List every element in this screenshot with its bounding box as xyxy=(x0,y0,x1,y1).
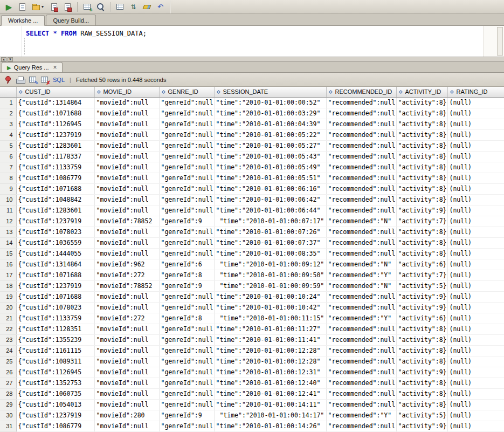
table-cell[interactable]: {"custId":1283601 xyxy=(16,140,94,151)
table-cell[interactable]: "activity":9} xyxy=(396,367,447,378)
table-cell[interactable]: {"custId":1126945 xyxy=(16,367,94,378)
table-cell[interactable]: "genreId":null xyxy=(159,421,214,431)
table-cell[interactable]: "time":"2010-01-01:00:07:26" xyxy=(214,227,326,237)
save-button[interactable] xyxy=(47,1,61,13)
table-cell[interactable]: "genreId":null xyxy=(159,119,214,129)
table-cell[interactable]: {"custId":1237919 xyxy=(16,216,94,227)
table-cell[interactable]: "recommended":null xyxy=(326,356,396,367)
tab-worksheet[interactable]: Workshe ... xyxy=(1,15,45,26)
table-cell[interactable]: "activity":8} xyxy=(396,227,447,237)
table-cell[interactable]: "recommended":null xyxy=(326,194,396,205)
row-number[interactable]: 3 xyxy=(0,119,16,129)
table-cell[interactable]: "time":"2010-01-01:00:06:16" xyxy=(214,183,326,194)
table-cell[interactable]: "movieId":null xyxy=(94,291,159,302)
print-icon[interactable] xyxy=(16,76,24,83)
table-cell[interactable]: "activity":6} xyxy=(396,259,447,270)
table-cell[interactable]: (null) xyxy=(447,291,504,302)
table-cell[interactable]: "genreId":9 xyxy=(159,280,214,291)
table-cell[interactable]: "genreId":null xyxy=(159,367,214,378)
table-cell[interactable]: "movieId":null xyxy=(94,129,159,140)
table-cell[interactable]: (null) xyxy=(447,259,504,270)
table-cell[interactable]: "genreId":null xyxy=(159,227,214,237)
table-cell[interactable]: (null) xyxy=(447,378,504,388)
table-cell[interactable]: {"custId":1060735 xyxy=(16,388,94,399)
table-cell[interactable]: "movieId":null xyxy=(94,227,159,237)
table-cell[interactable]: "movieId":null xyxy=(94,378,159,388)
table-cell[interactable]: "activity":8} xyxy=(396,97,447,108)
table-cell[interactable]: "movieId":272 xyxy=(94,270,159,280)
row-number[interactable]: 14 xyxy=(0,237,16,248)
table-cell[interactable]: "genreId":null xyxy=(159,151,214,162)
row-number[interactable]: 16 xyxy=(0,259,16,270)
table-cell[interactable]: "recommended":null xyxy=(326,140,396,151)
table-cell[interactable]: (null) xyxy=(447,388,504,399)
row-number[interactable]: 26 xyxy=(0,367,16,378)
table-cell[interactable]: "time":"2010-01-01:00:12:28" xyxy=(214,345,326,356)
row-number[interactable]: 21 xyxy=(0,313,16,324)
table-cell[interactable]: {"custId":1133759 xyxy=(16,162,94,173)
row-number[interactable]: 28 xyxy=(0,388,16,399)
table-cell[interactable]: "genreId":null xyxy=(159,108,214,119)
table-cell[interactable]: (null) xyxy=(447,205,504,216)
table-cell[interactable]: (null) xyxy=(447,237,504,248)
table-cell[interactable]: "time":"2010-01-01:00:07:37" xyxy=(214,237,326,248)
pin-icon[interactable] xyxy=(4,76,11,84)
table-cell[interactable]: "movieId":null xyxy=(94,421,159,431)
table-cell[interactable]: {"custId":1237919 xyxy=(16,129,94,140)
table-cell[interactable]: "recommended":"N" xyxy=(326,216,396,227)
table-cell[interactable]: "movieId":null xyxy=(94,205,159,216)
table-cell[interactable]: {"custId":1078023 xyxy=(16,302,94,313)
table-cell[interactable]: {"custId":1086779 xyxy=(16,173,94,183)
table-cell[interactable]: {"custId":1352753 xyxy=(16,378,94,388)
tab-query-result[interactable]: ▶ Query Res ... × xyxy=(2,62,63,72)
row-number[interactable]: 1 xyxy=(0,97,16,108)
table-cell[interactable]: (null) xyxy=(447,108,504,119)
table-cell[interactable]: "time":"2010-01-01:00:05:22" xyxy=(214,129,326,140)
column-header-movie_id[interactable]: MOVIE_ID xyxy=(94,87,159,97)
table-cell[interactable]: {"custId":1237919 xyxy=(16,410,94,421)
table-cell[interactable]: "time":"2010-01-01:00:04:39" xyxy=(214,119,326,129)
table-cell[interactable]: "activity":8} xyxy=(396,173,447,183)
table-cell[interactable]: "movieId":null xyxy=(94,151,159,162)
table-cell[interactable]: "genreId":9 xyxy=(159,410,214,421)
table-cell[interactable]: "time":"2010-01-01:00:11:27" xyxy=(214,324,326,334)
table-cell[interactable]: "movieId":null xyxy=(94,334,159,345)
table-cell[interactable]: "movieId":null xyxy=(94,237,159,248)
table-cell[interactable]: "genreId":null xyxy=(159,324,214,334)
table-cell[interactable]: (null) xyxy=(447,280,504,291)
table-cell[interactable]: "genreId":null xyxy=(159,140,214,151)
table-cell[interactable]: "movieId":null xyxy=(94,183,159,194)
table-cell[interactable]: (null) xyxy=(447,97,504,108)
collapse-down-button[interactable]: ▼ xyxy=(8,57,13,61)
close-icon[interactable]: × xyxy=(53,64,57,71)
table-cell[interactable]: "time":"2010-01-01:00:14:11" xyxy=(214,399,326,410)
table-cell[interactable]: {"custId":1071688 xyxy=(16,270,94,280)
table-cell[interactable]: (null) xyxy=(447,313,504,324)
table-cell[interactable]: {"custId":1078023 xyxy=(16,227,94,237)
table-cell[interactable]: "movieId":null xyxy=(94,388,159,399)
editor-scrollbar[interactable] xyxy=(484,26,504,57)
table-cell[interactable]: {"custId":1071688 xyxy=(16,108,94,119)
table-cell[interactable]: "recommended":null xyxy=(326,183,396,194)
table-cell[interactable]: "time":"2010-01-01:00:05:27" xyxy=(214,140,326,151)
table-cell[interactable]: "genreId":null xyxy=(159,173,214,183)
open-file-button[interactable]: ▼ xyxy=(29,1,47,13)
table-cell[interactable]: {"custId":1355239 xyxy=(16,334,94,345)
row-number[interactable]: 30 xyxy=(0,410,16,421)
table-cell[interactable]: "activity":8} xyxy=(396,388,447,399)
table-cell[interactable]: (null) xyxy=(447,399,504,410)
table-cell[interactable]: "movieId":null xyxy=(94,108,159,119)
table-cell[interactable]: {"custId":1133759 xyxy=(16,313,94,324)
grid-delete-icon[interactable] xyxy=(41,77,48,83)
table-cell[interactable]: "time":"2010-01-01:00:14:17" xyxy=(214,410,326,421)
row-number[interactable]: 24 xyxy=(0,345,16,356)
table-cell[interactable]: "genreId":9 xyxy=(159,216,214,227)
table-cell[interactable]: "time":"2010-01-01:00:12:40" xyxy=(214,378,326,388)
table-cell[interactable]: "activity":8} xyxy=(396,378,447,388)
table-cell[interactable]: "recommended":"N" xyxy=(326,280,396,291)
table-cell[interactable]: {"custId":1086779 xyxy=(16,421,94,431)
table-cell[interactable]: "genreId":null xyxy=(159,248,214,259)
column-header-session_date[interactable]: SESSION_DATE xyxy=(214,87,326,97)
table-cell[interactable]: (null) xyxy=(447,324,504,334)
save-all-button[interactable] xyxy=(61,1,74,13)
